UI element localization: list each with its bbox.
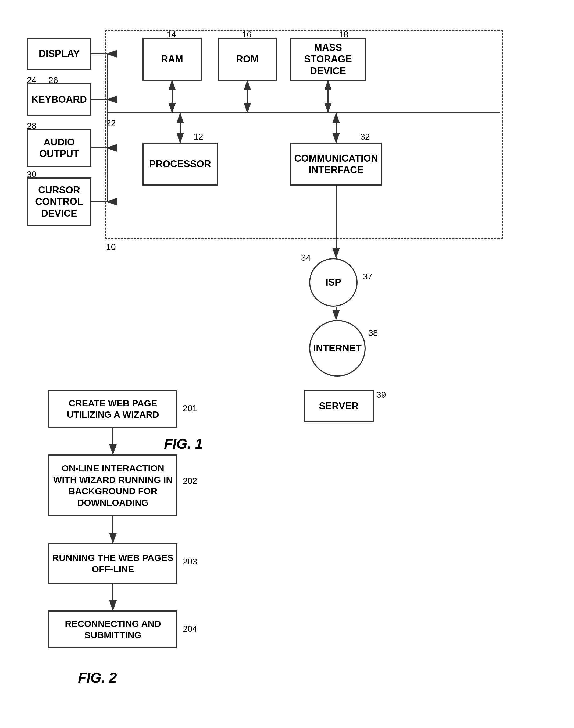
ref-202: 202	[183, 476, 197, 486]
ref-34: 34	[301, 253, 311, 263]
mass-storage-box: MASS STORAGE DEVICE	[290, 38, 366, 81]
ref-38: 38	[368, 328, 378, 338]
cursor-control-box: CURSOR CONTROL DEVICE	[27, 177, 91, 226]
ref-12: 12	[194, 132, 203, 142]
ref-10: 10	[106, 242, 116, 252]
page: RAM 14 ROM 16 MASS STORAGE DEVICE 18 PRO…	[16, 16, 558, 728]
ref-32: 32	[360, 132, 370, 142]
rom-box: ROM	[218, 38, 277, 81]
ram-box: RAM	[142, 38, 202, 81]
fig2-label: FIG. 2	[78, 670, 117, 686]
ref-16: 16	[242, 30, 252, 40]
ref-18: 18	[339, 30, 348, 40]
internet-circle: INTERNET	[309, 320, 366, 376]
step1-box: CREATE WEB PAGE UTILIZING A WIZARD	[48, 390, 177, 428]
ref-37: 37	[363, 272, 373, 282]
ref-30: 30	[27, 169, 37, 179]
fig2-section: CREATE WEB PAGE UTILIZING A WIZARD 201 O…	[16, 382, 527, 728]
ref-201: 201	[183, 403, 197, 413]
ref-22: 22	[106, 118, 116, 128]
ref-26: 26	[48, 75, 58, 85]
isp-circle: ISP	[309, 258, 358, 307]
step4-box: RECONNECTING AND SUBMITTING	[48, 610, 177, 648]
step2-box: ON-LINE INTERACTION WITH WIZARD RUNNING …	[48, 454, 177, 516]
ref-24: 24	[27, 75, 37, 85]
fig2-diagram: CREATE WEB PAGE UTILIZING A WIZARD 201 O…	[32, 382, 274, 704]
comm-interface-box: COMMUNICATION INTERFACE	[290, 143, 382, 186]
step3-box: RUNNING THE WEB PAGES OFF-LINE	[48, 543, 177, 583]
fig1-diagram: RAM 14 ROM 16 MASS STORAGE DEVICE 18 PRO…	[16, 16, 527, 366]
audio-output-box: AUDIO OUTPUT	[27, 129, 91, 167]
ref-28: 28	[27, 121, 37, 131]
ref-14: 14	[167, 30, 176, 40]
keyboard-box: KEYBOARD	[27, 83, 91, 116]
display-box: DISPLAY	[27, 38, 91, 70]
processor-box: PROCESSOR	[142, 143, 218, 186]
ref-204: 204	[183, 624, 197, 634]
ref-203: 203	[183, 557, 197, 567]
